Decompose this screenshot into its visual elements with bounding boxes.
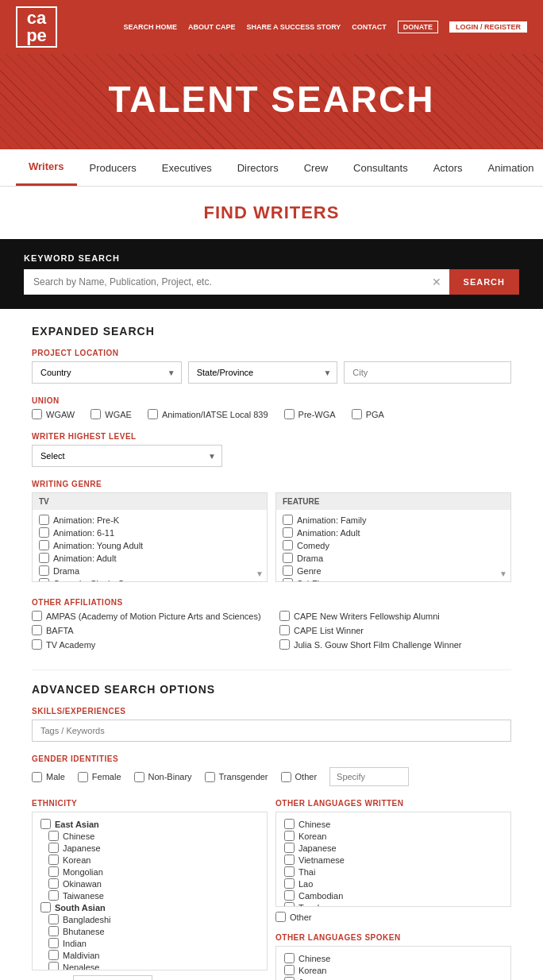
lw-other[interactable]: Other: [275, 912, 312, 922]
lw-thai[interactable]: Thai: [284, 866, 503, 877]
gender-nonbinary[interactable]: Non-Binary: [134, 772, 192, 782]
writer-level-label: Writer Highest Level: [32, 432, 511, 441]
gender-row: Male Female Non-Binary Transgender Other: [32, 767, 511, 786]
ethnicity-label: Ethnicity: [32, 799, 268, 808]
feature-genre-list: Animation: Family Animation: Adult Comed…: [276, 510, 510, 581]
gender-female[interactable]: Female: [78, 772, 121, 782]
keyword-section: KEYWORD SEARCH ✕ SEARCH: [0, 239, 543, 309]
eth-indian[interactable]: Indian: [40, 938, 259, 948]
eth-bhutanese[interactable]: Bhutanese: [40, 926, 259, 936]
genre-tv-3[interactable]: Animation: Adult: [39, 553, 260, 563]
ls-korean[interactable]: Korean: [284, 965, 503, 975]
genre-tv-0[interactable]: Animation: Pre-K: [39, 515, 260, 525]
lw-lao[interactable]: Lao: [284, 878, 503, 889]
gender-transgender[interactable]: Transgender: [205, 772, 268, 782]
lw-korean[interactable]: Korean: [284, 831, 503, 841]
tab-directors[interactable]: Directors: [225, 151, 291, 185]
lang-spoken-scroll-box[interactable]: Chinese Korean Japanese Vietnamese Thai …: [275, 946, 511, 980]
eth-okinawan[interactable]: Okinawan: [40, 878, 259, 889]
logo[interactable]: cape: [16, 6, 57, 48]
country-select-wrap: Country ▼: [32, 361, 182, 384]
affil-0[interactable]: AMPAS (Academy of Motion Picture Arts an…: [32, 611, 264, 621]
writer-level-section: Writer Highest Level Select ▼: [32, 432, 511, 467]
state-select[interactable]: State/Province: [188, 361, 338, 384]
tab-writers[interactable]: Writers: [16, 149, 77, 186]
tab-producers[interactable]: Producers: [77, 151, 149, 185]
affil-r-1[interactable]: CAPE List Winner: [279, 625, 511, 635]
lw-tagalog[interactable]: Tagalog: [284, 902, 503, 907]
donate-link[interactable]: DONATE: [398, 21, 438, 33]
tab-executives[interactable]: Executives: [149, 151, 225, 185]
lw-chinese[interactable]: Chinese: [284, 819, 503, 829]
gender-specify-input[interactable]: [329, 767, 409, 786]
genre-f-4[interactable]: Genre: [283, 565, 504, 576]
lw-vietnamese[interactable]: Vietnamese: [284, 855, 503, 865]
login-register-link[interactable]: LOGIN / REGISTER: [449, 21, 527, 33]
lw-japanese[interactable]: Japanese: [284, 843, 503, 853]
union-prewga[interactable]: Pre-WGA: [284, 409, 336, 419]
advanced-search-title: ADVANCED SEARCH OPTIONS: [32, 683, 511, 696]
eth-japanese[interactable]: Japanese: [40, 843, 259, 853]
eth-taiwanese[interactable]: Taiwanese: [40, 890, 259, 901]
eth-east-asian[interactable]: East Asian: [40, 819, 259, 829]
tab-crew[interactable]: Crew: [291, 151, 341, 185]
about-cape-link[interactable]: ABOUT CAPE: [188, 23, 236, 31]
tv-col-label: TV: [33, 493, 267, 510]
find-writers-title: FIND WRITERS: [0, 187, 543, 239]
writing-genre-section: Writing Genre TV Animation: Pre-K Animat…: [32, 480, 511, 582]
state-select-wrap: State/Province ▼: [188, 361, 338, 384]
affil-r-2[interactable]: Julia S. Gouw Short Film Challenge Winne…: [279, 639, 511, 650]
eth-maldivian[interactable]: Maldivian: [40, 950, 259, 960]
genre-tv-5[interactable]: Comedy: Single-Cam: [39, 578, 260, 581]
genre-tv-4[interactable]: Drama: [39, 565, 260, 576]
gender-male[interactable]: Male: [32, 772, 65, 782]
skills-input[interactable]: [32, 720, 511, 742]
lang-spoken-section: Other Languages Spoken Chinese Korean Ja…: [275, 933, 511, 980]
genre-f-1[interactable]: Animation: Adult: [283, 527, 504, 538]
contact-link[interactable]: CONTACT: [352, 23, 386, 31]
keyword-search-button[interactable]: SEARCH: [449, 269, 519, 295]
union-animation[interactable]: Animation/IATSE Local 839: [148, 409, 268, 419]
lang-written-scroll-box[interactable]: Chinese Korean Japanese Vietnamese Thai …: [275, 812, 511, 907]
affiliations-row: AMPAS (Academy of Motion Picture Arts an…: [32, 611, 511, 654]
union-pga[interactable]: PGA: [352, 409, 384, 419]
eth-mongolian[interactable]: Mongolian: [40, 866, 259, 877]
genre-tv-1[interactable]: Animation: 6-11: [39, 527, 260, 538]
eth-nepalese[interactable]: Nepalese: [40, 962, 259, 970]
lang-written-section: Other Languages Written Chinese Korean J…: [275, 799, 511, 922]
eth-bangladeshi[interactable]: Bangladeshi: [40, 914, 259, 924]
keyword-input[interactable]: [24, 269, 424, 295]
lw-cambodian[interactable]: Cambodian: [284, 890, 503, 901]
writer-level-select[interactable]: Select: [32, 445, 222, 467]
eth-korean[interactable]: Korean: [40, 855, 259, 865]
tab-animation[interactable]: Animation: [476, 151, 543, 185]
affil-2[interactable]: TV Academy: [32, 639, 264, 650]
keyword-label: KEYWORD SEARCH: [24, 253, 519, 263]
affil-1[interactable]: BAFTA: [32, 625, 264, 635]
eth-south-asian[interactable]: South Asian: [40, 902, 259, 912]
ls-chinese[interactable]: Chinese: [284, 953, 503, 963]
country-select[interactable]: Country: [32, 361, 182, 384]
eth-specify-input[interactable]: [73, 975, 152, 980]
affil-r-0[interactable]: CAPE New Writers Fellowship Alumni: [279, 611, 511, 621]
genre-f-2[interactable]: Comedy: [283, 540, 504, 550]
union-wgaw[interactable]: WGAW: [32, 409, 75, 419]
city-input[interactable]: [344, 361, 511, 384]
genre-f-3[interactable]: Drama: [283, 553, 504, 563]
search-home-link[interactable]: SEARCH HOME: [123, 23, 177, 31]
union-wgae[interactable]: WGAE: [90, 409, 132, 419]
genre-tv-2[interactable]: Animation: Young Adult: [39, 540, 260, 550]
main-content: EXPANDED SEARCH Project Location Country…: [0, 309, 543, 980]
ethnicity-scroll-box[interactable]: East Asian Chinese Japanese Korean Mongo…: [32, 812, 268, 970]
genre-f-0[interactable]: Animation: Family: [283, 515, 504, 525]
clear-button[interactable]: ✕: [424, 269, 449, 295]
ls-japanese[interactable]: Japanese: [284, 977, 503, 980]
eth-chinese[interactable]: Chinese: [40, 831, 259, 841]
gender-other[interactable]: Other: [281, 772, 318, 782]
genre-f-5[interactable]: Sci-Fi: [283, 578, 504, 581]
languages-col: Other Languages Written Chinese Korean J…: [275, 799, 511, 980]
share-story-link[interactable]: SHARE A SUCCESS STORY: [246, 23, 341, 31]
tab-consultants[interactable]: Consultants: [341, 151, 421, 185]
tv-genre-list: Animation: Pre-K Animation: 6-11 Animati…: [33, 510, 267, 581]
tab-actors[interactable]: Actors: [421, 151, 476, 185]
